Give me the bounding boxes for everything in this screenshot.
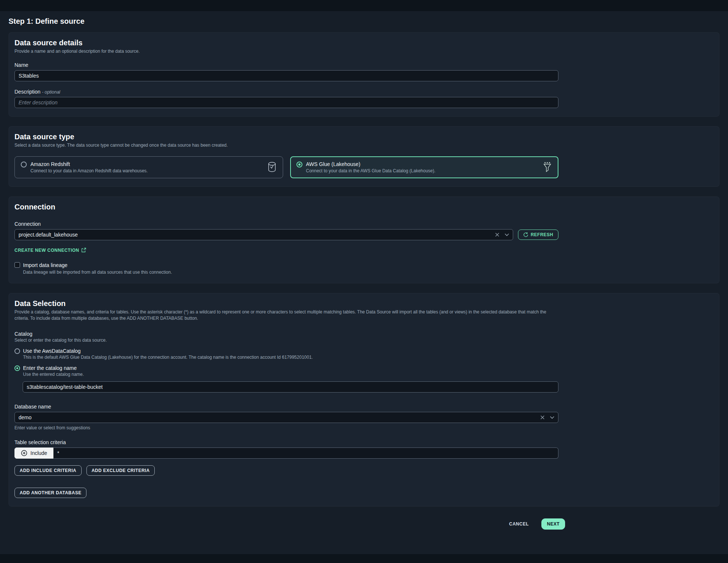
tile-amazon-redshift[interactable]: Amazon Redshift Connect to your data in … [14,156,283,178]
refresh-button-label: REFRESH [531,232,553,237]
radio-default-description: This is the default AWS Glue Data Catalo… [23,355,313,360]
catalog-label: Catalog [14,331,558,337]
tile-aws-glue-lakehouse[interactable]: AWS Glue (Lakehouse) Connect to your dat… [290,156,559,178]
create-new-connection-label: CREATE NEW CONNECTION [14,248,79,253]
create-new-connection-link[interactable]: CREATE NEW CONNECTION [14,248,86,253]
type-card-subtitle: Select a data source type. The data sour… [14,142,558,149]
database-name-select[interactable]: demo [14,412,558,423]
import-data-lineage-checkbox[interactable]: Import data lineage [14,262,558,268]
add-exclude-criteria-button[interactable]: ADD EXCLUDE CRITERIA [86,465,155,476]
description-optional-text: - optional [42,90,60,95]
details-card-title: Data source details [14,39,558,47]
radio-default-label: Use the AwsDataCatalog [23,348,313,354]
catalog-name-input[interactable] [23,381,558,393]
tile-glue-description: Connect to your data in the AWS Glue Dat… [306,168,539,173]
catalog-hint: Select or enter the catalog for this dat… [14,338,558,343]
funnel-icon [542,162,552,173]
database-select-value: demo [19,414,32,420]
radio-unchecked-icon [21,162,27,167]
checkbox-unchecked-icon [14,262,20,268]
description-field: Description - optional [14,89,558,108]
cancel-button[interactable]: CANCEL [504,519,534,529]
radio-enter-catalog-name[interactable]: Enter the catalog name Use the entered c… [14,365,558,377]
data-source-details-card: Data source details Provide a name and a… [9,32,719,117]
radio-use-awsdatacatalog[interactable]: Use the AwsDataCatalog This is the defau… [14,348,558,360]
criteria-pattern-input[interactable] [53,448,558,459]
chevron-down-icon[interactable] [550,416,554,419]
name-label: Name [14,62,558,68]
add-another-database-button[interactable]: ADD ANOTHER DATABASE [14,488,86,498]
connection-label: Connection [14,221,558,227]
radio-custom-label: Enter the catalog name [23,365,84,371]
clear-icon[interactable] [495,232,499,237]
data-source-type-card: Data source type Select a data source ty… [9,126,719,186]
connection-select-value: project.default_lakehouse [19,232,78,238]
next-button[interactable]: NEXT [541,518,565,530]
database-name-label: Database name [14,404,558,410]
external-link-icon [81,248,86,253]
connection-card: Connection Connection project.default_la… [9,196,719,283]
data-source-type-tiles: Amazon Redshift Connect to your data in … [14,156,558,178]
page-title: Step 1: Define source [9,17,719,26]
connection-card-title: Connection [14,203,558,211]
import-data-lineage-label: Import data lineage [23,262,68,268]
tile-glue-label: AWS Glue (Lakehouse) [306,161,539,167]
radio-checked-icon [296,162,302,167]
main-content: Step 1: Define source Data source detail… [0,17,728,530]
radio-custom-description: Use the entered catalog name. [23,372,84,377]
refresh-button[interactable]: REFRESH [518,230,558,240]
bottom-bar [0,554,728,563]
description-label-text: Description [14,89,40,95]
import-data-lineage-description: Data lineage will be imported from all d… [23,270,558,275]
include-criteria-dropdown[interactable]: Include [14,448,53,459]
selection-card-subtitle: Provide a catalog, database names, and c… [14,309,558,322]
radio-unchecked-icon [14,348,20,354]
tile-redshift-description: Connect to your data in Amazon Redshift … [30,168,263,173]
database-icon [267,162,277,173]
table-selection-criteria-label: Table selection criteria [14,439,558,445]
clear-icon[interactable] [540,415,545,420]
type-card-title: Data source type [14,133,558,141]
name-field: Name [14,62,558,81]
data-selection-card: Data Selection Provide a catalog, databa… [9,293,719,507]
refresh-icon [523,232,528,237]
description-label: Description - optional [14,89,558,95]
description-input[interactable] [14,97,558,108]
wizard-footer: CANCEL NEXT [9,518,565,530]
name-input[interactable] [14,70,558,81]
plus-circle-icon [21,450,27,456]
chevron-down-icon[interactable] [505,233,509,236]
connection-select[interactable]: project.default_lakehouse [14,229,513,240]
details-card-subtitle: Provide a name and an optional descripti… [14,48,558,55]
include-criteria-label: Include [30,450,47,456]
database-name-hint: Enter value or select from suggestions [14,425,558,430]
radio-checked-icon [14,365,20,371]
selection-card-title: Data Selection [14,299,558,308]
tile-redshift-label: Amazon Redshift [30,161,263,167]
add-include-criteria-button[interactable]: ADD INCLUDE CRITERIA [14,465,82,476]
top-bar [0,0,728,11]
